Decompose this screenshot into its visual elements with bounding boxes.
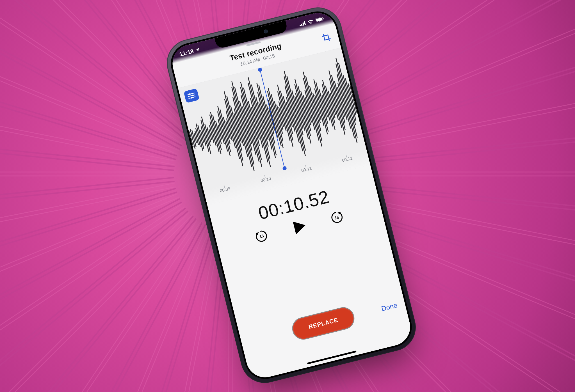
play-button[interactable] — [289, 217, 309, 237]
rewind-15-button[interactable]: 15 — [253, 228, 270, 245]
svg-rect-1 — [301, 24, 303, 26]
rewind-15-icon: 15 — [253, 228, 270, 245]
forward-15-button[interactable]: 15 — [328, 209, 345, 226]
replace-button[interactable]: REPLACE — [290, 305, 357, 342]
done-button[interactable]: Done — [380, 301, 398, 313]
forward-15-icon: 15 — [328, 209, 345, 226]
status-time: 11:18 — [179, 48, 194, 58]
svg-rect-3 — [304, 21, 306, 25]
svg-rect-2 — [302, 22, 304, 26]
svg-text:15: 15 — [334, 215, 340, 220]
svg-marker-15 — [293, 219, 307, 234]
wifi-icon — [307, 19, 314, 25]
svg-text:15: 15 — [259, 233, 264, 239]
sheet-footer: REPLACE Done — [239, 292, 408, 355]
cellular-signal-icon — [299, 21, 306, 26]
svg-line-7 — [188, 93, 194, 95]
svg-line-9 — [188, 95, 195, 97]
svg-rect-0 — [300, 25, 301, 26]
sliders-icon — [187, 91, 196, 100]
play-icon — [289, 217, 309, 237]
location-arrow-icon — [195, 47, 201, 53]
battery-icon — [315, 17, 324, 22]
waveform-bar — [187, 135, 190, 144]
waveform-bar — [186, 137, 188, 143]
crop-icon — [321, 32, 331, 42]
